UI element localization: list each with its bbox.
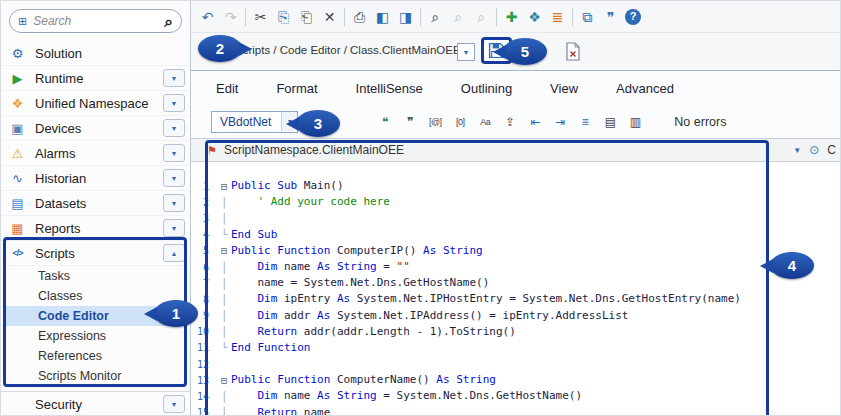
sidebar-subitem-tasks[interactable]: Tasks <box>4 266 187 286</box>
code-line[interactable]: 14│ Dim name As String = System.Net.Dns.… <box>191 388 841 404</box>
zoom-out-icon[interactable]: ⌕ <box>473 10 490 24</box>
alarms-warning-icon: ⚠ <box>9 147 26 160</box>
breadcrumb-dropdown-icon[interactable]: ▼ <box>457 43 475 61</box>
sidebar-subitem-expressions[interactable]: Expressions <box>4 326 187 346</box>
code-line[interactable]: 9│ Dim addr As System.Net.IPAddress() = … <box>191 308 841 324</box>
code-line[interactable]: 8│ Dim ipEntry As System.Net.IPHostEntry… <box>191 291 841 307</box>
zoom-in-icon[interactable]: ⌕ <box>450 10 467 24</box>
search-icon[interactable]: ⌕ <box>165 14 173 29</box>
discard-document-button[interactable] <box>565 42 581 65</box>
code-line[interactable]: 12 <box>191 356 841 372</box>
fold-guide: │ <box>217 326 231 337</box>
sidebar-item-label: Alarms <box>35 146 75 161</box>
sidebar-item-datasets[interactable]: ▤Datasets▼ <box>1 191 190 216</box>
open-external-icon[interactable]: ⧉ <box>579 10 596 24</box>
code-line[interactable]: 2│ ' Add your code here <box>191 194 841 210</box>
menu-outlining[interactable]: Outlining <box>461 81 512 96</box>
expand-chevron-icon[interactable]: ▼ <box>163 119 185 137</box>
toolbar-separator <box>496 8 497 26</box>
comment-selection-icon[interactable]: ❝ <box>376 115 394 129</box>
page-setup-icon[interactable]: ◧ <box>374 10 391 24</box>
indent-increase-icon[interactable]: ⇥ <box>551 115 569 129</box>
breadcrumb-bar: Scripts / Code Editor / Class.ClientMain… <box>191 33 841 71</box>
zoom-icon[interactable]: ⌕ <box>427 10 444 24</box>
print-preview-icon[interactable]: ◨ <box>397 10 414 24</box>
menu-edit[interactable]: Edit <box>216 81 238 96</box>
toggle-case-icon[interactable]: Aa <box>476 117 494 127</box>
comment-bubble-icon[interactable]: ❞ <box>602 10 619 24</box>
callout-4: 4 <box>770 252 814 279</box>
copy-icon[interactable]: ⎘ <box>275 10 292 24</box>
expand-chevron-icon[interactable]: ▼ <box>163 94 185 112</box>
search-options-icon[interactable]: ⊞ <box>18 15 27 28</box>
delete-icon[interactable]: ✕ <box>321 10 338 24</box>
expand-chevron-icon[interactable]: ▼ <box>163 69 185 87</box>
line-number: 11 <box>191 342 217 353</box>
macro-at-icon[interactable]: [@] <box>426 117 444 127</box>
uncomment-selection-icon[interactable]: ❞ <box>401 115 419 129</box>
format-document-icon[interactable]: ▤ <box>601 115 619 129</box>
code-text: Public Function ComputerIP() As String <box>231 243 483 259</box>
expand-chevron-icon[interactable]: ▼ <box>163 194 185 212</box>
sidebar-item-alarms[interactable]: ⚠Alarms▼ <box>1 141 190 166</box>
code-text: Return name <box>231 405 330 416</box>
code-line[interactable]: 11└End Function <box>191 340 841 356</box>
sidebar-item-security[interactable]: Security▼ <box>1 392 190 416</box>
menu-advanced[interactable]: Advanced <box>616 81 674 96</box>
hierarchy-icon[interactable]: ≣ <box>549 10 566 24</box>
menu-intellisense[interactable]: IntelliSense <box>356 81 423 96</box>
sidebar-item-scripts[interactable]: </>Scripts▲ <box>1 241 190 266</box>
sidebar-item-runtime[interactable]: ▶Runtime▼ <box>1 66 190 91</box>
add-property-icon[interactable]: ❖ <box>526 10 543 24</box>
code-line[interactable]: 3│ <box>191 210 841 226</box>
expand-chevron-icon[interactable]: ▼ <box>163 144 185 162</box>
sidebar-subitem-references[interactable]: References <box>4 346 187 366</box>
fold-guide: │ <box>217 197 231 208</box>
insert-number-icon[interactable]: [0] <box>451 117 469 127</box>
code-line[interactable]: 15│ Return name <box>191 405 841 416</box>
help-icon[interactable]: ? <box>625 9 641 25</box>
code-line[interactable]: 10│ Return addr(addr.Length - 1).ToStrin… <box>191 324 841 340</box>
code-line[interactable]: 6│ Dim name As String = "" <box>191 259 841 275</box>
member-dropdown-icon[interactable]: ▼ <box>793 146 801 155</box>
format-selection-icon[interactable]: ▥ <box>626 115 644 129</box>
fold-collapse-icon[interactable]: ⊟ <box>217 181 231 192</box>
collapse-chevron-icon[interactable]: ▲ <box>163 244 185 262</box>
undo-icon[interactable]: ↶ <box>199 10 216 24</box>
pin-icon[interactable]: ⇪ <box>501 115 519 129</box>
sidebar-item-solution[interactable]: ⚙Solution <box>1 41 190 66</box>
redo-icon[interactable]: ↷ <box>222 10 239 24</box>
code-line[interactable]: 13⊟Public Function ComputerName() As Str… <box>191 372 841 388</box>
add-tag-icon[interactable]: ✚ <box>503 10 520 24</box>
outline-toggle-icon[interactable]: ≡ <box>576 115 594 129</box>
sidebar-item-unified-namespace[interactable]: ❖Unified Namespace▼ <box>1 91 190 116</box>
sidebar-subitem-scripts-monitor[interactable]: Scripts Monitor <box>4 366 187 386</box>
print-icon[interactable]: ⎙ <box>351 10 368 24</box>
fold-collapse-icon[interactable]: ⊟ <box>217 375 231 386</box>
paste-icon[interactable]: ⎗ <box>298 10 315 24</box>
search-input[interactable] <box>33 14 158 28</box>
sidebar-item-historian[interactable]: ∿Historian▼ <box>1 166 190 191</box>
code-line[interactable]: 1⊟Public Sub Main() <box>191 178 841 194</box>
menu-format[interactable]: Format <box>276 81 317 96</box>
fold-guide: │ <box>217 407 231 416</box>
sidebar-item-reports[interactable]: ▦Reports▼ <box>1 216 190 241</box>
line-number: 6 <box>191 262 217 273</box>
cut-icon[interactable]: ✂ <box>252 10 269 24</box>
expand-chevron-icon[interactable]: ▼ <box>163 219 185 237</box>
sidebar-item-devices[interactable]: ▣Devices▼ <box>1 116 190 141</box>
code-line[interactable]: 7│ name = System.Net.Dns.GetHostName() <box>191 275 841 291</box>
code-line[interactable]: 4└End Sub <box>191 227 841 243</box>
expand-chevron-icon[interactable]: ▼ <box>163 395 185 413</box>
fold-collapse-icon[interactable]: ⊟ <box>217 245 231 256</box>
search-box[interactable]: ⊞ ⌕ <box>9 9 182 33</box>
indent-decrease-icon[interactable]: ⇤ <box>526 115 544 129</box>
code-editor[interactable]: 1⊟Public Sub Main()2│ ' Add your code he… <box>191 162 841 416</box>
code-line[interactable]: 5⊟Public Function ComputerIP() As String <box>191 243 841 259</box>
line-number: 3 <box>191 213 217 224</box>
menu-view[interactable]: View <box>550 81 578 96</box>
sidebar-item-label: Datasets <box>35 196 86 211</box>
script-namespace-title: ScriptNamespace.ClientMainOEE <box>224 143 404 157</box>
expand-chevron-icon[interactable]: ▼ <box>163 169 185 187</box>
line-number: 15 <box>191 407 217 416</box>
